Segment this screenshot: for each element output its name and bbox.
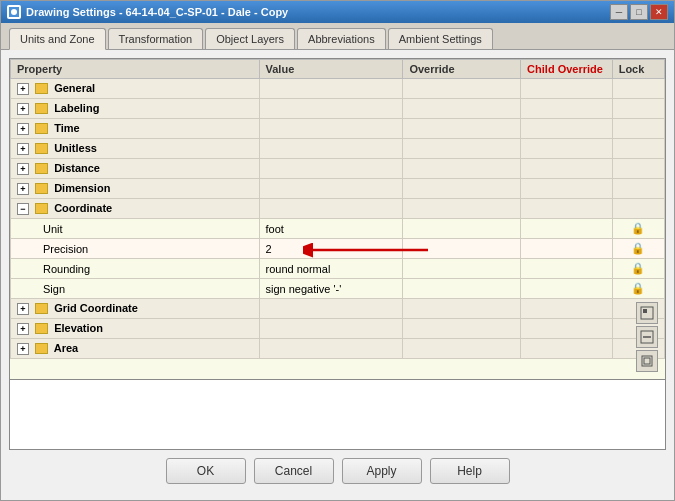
- folder-icon: [35, 163, 48, 174]
- child-cell: [521, 239, 613, 259]
- value-cell[interactable]: foot: [259, 219, 403, 239]
- apply-button[interactable]: Apply: [342, 458, 422, 484]
- title-controls: ─ □ ✕: [610, 4, 668, 20]
- value-cell: [259, 119, 403, 139]
- table-row: + Time: [11, 119, 665, 139]
- maximize-button[interactable]: □: [630, 4, 648, 20]
- child-cell: [521, 319, 613, 339]
- cancel-button[interactable]: Cancel: [254, 458, 334, 484]
- lock-cell: [612, 79, 664, 99]
- tab-units-and-zone[interactable]: Units and Zone: [9, 28, 106, 50]
- child-cell: [521, 199, 613, 219]
- minimize-button[interactable]: ─: [610, 4, 628, 20]
- app-icon: [7, 5, 21, 19]
- button-bar: OK Cancel Apply Help: [9, 450, 666, 492]
- ok-button[interactable]: OK: [166, 458, 246, 484]
- table-scroll[interactable]: Property Value Override Child Override L…: [10, 59, 665, 379]
- expand-icon[interactable]: +: [17, 83, 29, 95]
- tab-transformation[interactable]: Transformation: [108, 28, 204, 49]
- expand-icon[interactable]: +: [17, 163, 29, 175]
- tab-abbreviations[interactable]: Abbreviations: [297, 28, 386, 49]
- table-row: + Distance: [11, 159, 665, 179]
- lock-icon: 🔒: [631, 262, 645, 274]
- property-cell: + Area: [11, 339, 260, 359]
- value-cell: [259, 299, 403, 319]
- side-button-2[interactable]: [636, 326, 658, 348]
- expand-icon[interactable]: −: [17, 203, 29, 215]
- side-button-1[interactable]: [636, 302, 658, 324]
- property-cell: Precision: [11, 239, 260, 259]
- property-cell: Rounding: [11, 259, 260, 279]
- lock-icon: 🔒: [631, 282, 645, 294]
- table-row: − Coordinate: [11, 199, 665, 219]
- folder-icon: [35, 323, 48, 334]
- side-toolbar: [636, 302, 658, 372]
- child-cell: [521, 119, 613, 139]
- child-cell: [521, 339, 613, 359]
- expand-icon[interactable]: +: [17, 183, 29, 195]
- lock-cell: 🔒: [612, 239, 664, 259]
- expand-icon[interactable]: +: [17, 343, 29, 355]
- lock-cell: 🔒: [612, 259, 664, 279]
- help-button[interactable]: Help: [430, 458, 510, 484]
- col-header-lock: Lock: [612, 60, 664, 79]
- override-cell: [403, 179, 521, 199]
- col-header-value: Value: [259, 60, 403, 79]
- folder-icon: [35, 103, 48, 114]
- table-row: + Dimension: [11, 179, 665, 199]
- expand-icon[interactable]: +: [17, 323, 29, 335]
- main-window: Drawing Settings - 64-14-04_C-SP-01 - Da…: [0, 0, 675, 501]
- child-cell: [521, 159, 613, 179]
- override-cell: [403, 119, 521, 139]
- table-row: Sign sign negative '-' 🔒: [11, 279, 665, 299]
- property-cell: + Unitless: [11, 139, 260, 159]
- property-table: Property Value Override Child Override L…: [10, 59, 665, 359]
- property-cell: + Labeling: [11, 99, 260, 119]
- window-title: Drawing Settings - 64-14-04_C-SP-01 - Da…: [26, 6, 288, 18]
- col-header-property: Property: [11, 60, 260, 79]
- lock-cell: [612, 139, 664, 159]
- folder-icon: [35, 303, 48, 314]
- expand-icon[interactable]: +: [17, 123, 29, 135]
- value-cell[interactable]: round normal: [259, 259, 403, 279]
- folder-icon: [35, 203, 48, 214]
- override-cell: [403, 239, 521, 259]
- close-button[interactable]: ✕: [650, 4, 668, 20]
- expand-icon[interactable]: +: [17, 303, 29, 315]
- col-header-override: Override: [403, 60, 521, 79]
- main-area: Property Value Override Child Override L…: [9, 58, 666, 450]
- value-cell: [259, 179, 403, 199]
- override-cell: [403, 79, 521, 99]
- table-row: + Area: [11, 339, 665, 359]
- override-cell: [403, 299, 521, 319]
- table-row: + Labeling: [11, 99, 665, 119]
- expand-icon[interactable]: +: [17, 103, 29, 115]
- tab-object-layers[interactable]: Object Layers: [205, 28, 295, 49]
- side-button-3[interactable]: [636, 350, 658, 372]
- description-area[interactable]: [9, 380, 666, 450]
- expand-icon[interactable]: +: [17, 143, 29, 155]
- tab-strip: Units and Zone Transformation Object Lay…: [1, 23, 674, 50]
- child-cell: [521, 99, 613, 119]
- folder-icon: [35, 183, 48, 194]
- child-cell: [521, 79, 613, 99]
- lock-cell: [612, 199, 664, 219]
- property-cell: Sign: [11, 279, 260, 299]
- lock-icon: 🔒: [631, 222, 645, 234]
- override-cell: [403, 339, 521, 359]
- value-cell: [259, 139, 403, 159]
- override-cell: [403, 159, 521, 179]
- svg-point-1: [11, 9, 17, 15]
- tab-ambient-settings[interactable]: Ambient Settings: [388, 28, 493, 49]
- main-content: Property Value Override Child Override L…: [1, 50, 674, 500]
- value-cell: [259, 319, 403, 339]
- value-cell[interactable]: sign negative '-': [259, 279, 403, 299]
- child-cell: [521, 279, 613, 299]
- lock-cell: [612, 179, 664, 199]
- svg-rect-9: [644, 358, 650, 364]
- override-cell: [403, 199, 521, 219]
- child-cell: [521, 139, 613, 159]
- table-row: Rounding round normal 🔒: [11, 259, 665, 279]
- table-row: + Grid Coordinate: [11, 299, 665, 319]
- title-bar: Drawing Settings - 64-14-04_C-SP-01 - Da…: [1, 1, 674, 23]
